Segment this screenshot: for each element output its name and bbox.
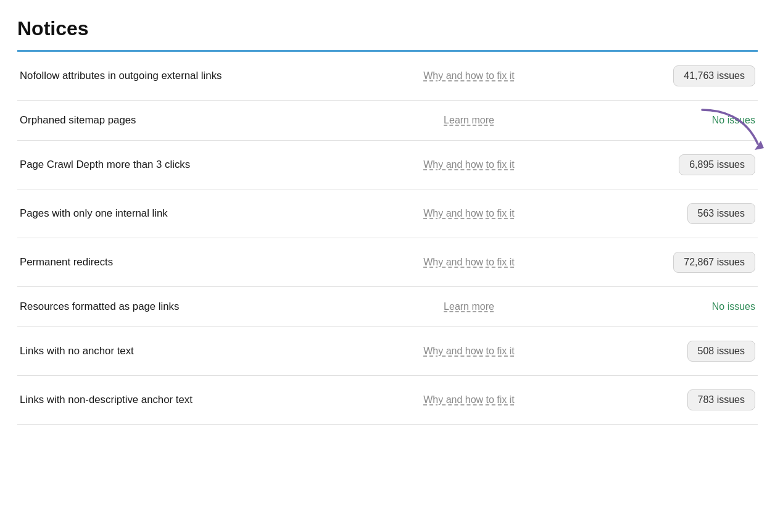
issue-status-cell: No issues <box>550 287 758 327</box>
notices-table: Nofollow attributes in outgoing external… <box>17 52 758 425</box>
table-row: Orphaned sitemap pagesLearn moreNo issue… <box>17 101 758 141</box>
issues-badge[interactable]: 6,895 issues <box>679 154 755 175</box>
table-row: Page Crawl Depth more than 3 clicksWhy a… <box>17 141 758 189</box>
issue-name: Orphaned sitemap pages <box>17 101 387 141</box>
issue-name: Page Crawl Depth more than 3 clicks <box>17 141 387 189</box>
issues-badge[interactable]: 72,867 issues <box>673 252 755 273</box>
page-container: Notices Nofollow attributes in outgoing … <box>0 0 775 449</box>
issue-name: Links with no anchor text <box>17 327 387 376</box>
issue-status-cell: 6,895 issues <box>550 141 758 189</box>
issue-link[interactable]: Why and how to fix it <box>423 346 515 356</box>
table-row: Pages with only one internal linkWhy and… <box>17 189 758 238</box>
issue-status-cell: 508 issues <box>550 327 758 376</box>
issue-name: Resources formatted as page links <box>17 287 387 327</box>
issue-name: Pages with only one internal link <box>17 189 387 238</box>
issue-link[interactable]: Why and how to fix it <box>423 208 515 218</box>
table-row: Resources formatted as page linksLearn m… <box>17 287 758 327</box>
issue-link-cell: Why and how to fix it <box>387 376 550 425</box>
issue-link[interactable]: Why and how to fix it <box>423 394 515 405</box>
table-row: Links with non-descriptive anchor textWh… <box>17 376 758 425</box>
issue-link-cell: Why and how to fix it <box>387 189 550 238</box>
no-issues-label: No issues <box>712 115 755 125</box>
table-row: Links with no anchor textWhy and how to … <box>17 327 758 376</box>
issue-link[interactable]: Learn more <box>444 301 494 312</box>
no-issues-label: No issues <box>712 301 755 312</box>
issue-link[interactable]: Learn more <box>444 115 494 125</box>
issue-name: Permanent redirects <box>17 238 387 287</box>
issues-badge[interactable]: 563 issues <box>687 203 756 224</box>
issues-badge[interactable]: 508 issues <box>687 341 756 362</box>
issues-badge[interactable]: 783 issues <box>687 389 756 410</box>
issue-status-cell: 41,763 issues <box>550 52 758 101</box>
page-title: Notices <box>17 17 758 40</box>
issue-link-cell: Why and how to fix it <box>387 327 550 376</box>
issue-link[interactable]: Why and how to fix it <box>423 70 515 81</box>
issue-status-cell: No issues <box>550 101 758 141</box>
issue-status-cell: 563 issues <box>550 189 758 238</box>
issue-link[interactable]: Why and how to fix it <box>423 257 515 267</box>
issue-status-cell: 783 issues <box>550 376 758 425</box>
issue-name: Nofollow attributes in outgoing external… <box>17 52 387 101</box>
issue-link-cell: Learn more <box>387 101 550 141</box>
issue-link-cell: Why and how to fix it <box>387 141 550 189</box>
issues-badge[interactable]: 41,763 issues <box>673 65 755 86</box>
svg-marker-0 <box>755 141 764 150</box>
issue-link-cell: Why and how to fix it <box>387 52 550 101</box>
issue-name: Links with non-descriptive anchor text <box>17 376 387 425</box>
table-row: Permanent redirectsWhy and how to fix it… <box>17 238 758 287</box>
issue-link-cell: Why and how to fix it <box>387 238 550 287</box>
issue-status-cell: 72,867 issues <box>550 238 758 287</box>
issue-link-cell: Learn more <box>387 287 550 327</box>
table-row: Nofollow attributes in outgoing external… <box>17 52 758 101</box>
issue-link[interactable]: Why and how to fix it <box>423 159 515 170</box>
